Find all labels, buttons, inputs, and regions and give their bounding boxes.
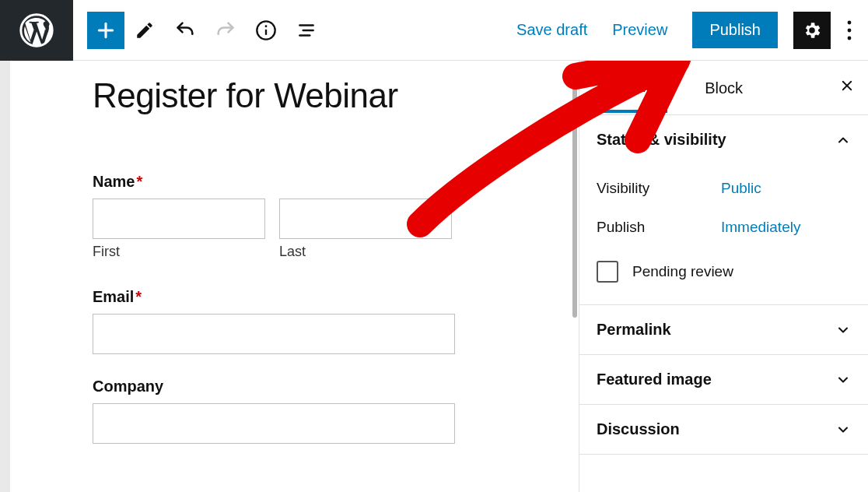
- info-icon: [255, 19, 277, 41]
- visibility-label: Visibility: [597, 180, 721, 197]
- panel-status-visibility[interactable]: Status & visibility: [579, 115, 868, 164]
- editor-toolbar: Save draft Preview Publish: [0, 0, 868, 61]
- chevron-down-icon: [835, 422, 851, 438]
- email-input[interactable]: [93, 314, 455, 354]
- publish-date-label: Publish: [597, 219, 721, 236]
- settings-button[interactable]: [793, 12, 831, 49]
- settings-sidebar: Document Block Status & visibility Visib…: [579, 61, 868, 492]
- redo-icon: [215, 19, 236, 41]
- edit-mode-button[interactable]: [124, 12, 165, 49]
- first-name-sublabel: First: [93, 244, 265, 260]
- name-label: Name*: [93, 173, 548, 191]
- plus-icon: [96, 20, 116, 40]
- outline-icon: [296, 20, 317, 40]
- close-sidebar-button[interactable]: [840, 79, 854, 97]
- visibility-value[interactable]: Public: [721, 180, 761, 197]
- chevron-down-icon: [835, 322, 851, 338]
- editor-scrollbar[interactable]: [571, 61, 579, 492]
- chevron-down-icon: [835, 372, 851, 388]
- gear-icon: [802, 20, 822, 40]
- more-vertical-icon: [847, 20, 852, 40]
- email-label: Email*: [93, 288, 455, 306]
- pending-review-checkbox[interactable]: [597, 261, 618, 283]
- tab-document[interactable]: Document: [597, 62, 667, 113]
- wordpress-logo[interactable]: [0, 0, 73, 61]
- svg-point-9: [848, 20, 852, 24]
- pending-review-label: Pending review: [632, 263, 733, 280]
- editor-canvas: Register for Webinar Name* First Last Em…: [10, 61, 571, 492]
- company-input[interactable]: [93, 403, 455, 444]
- more-options-button[interactable]: [835, 12, 863, 49]
- outline-button[interactable]: [286, 12, 327, 49]
- tab-block[interactable]: Block: [705, 64, 743, 111]
- save-draft-link[interactable]: Save draft: [516, 21, 587, 39]
- panel-featured-image[interactable]: Featured image: [579, 355, 868, 404]
- first-name-input[interactable]: [93, 199, 265, 239]
- last-name-input[interactable]: [279, 199, 452, 239]
- undo-button[interactable]: [165, 12, 205, 49]
- redo-button: [205, 12, 246, 49]
- svg-point-5: [265, 25, 268, 27]
- undo-icon: [174, 19, 196, 41]
- publish-date-value[interactable]: Immediately: [721, 219, 800, 236]
- left-gutter: [0, 61, 10, 492]
- publish-button[interactable]: Publish: [692, 12, 778, 48]
- close-icon: [840, 79, 854, 93]
- last-name-sublabel: Last: [279, 244, 452, 260]
- preview-link[interactable]: Preview: [612, 21, 667, 39]
- company-label: Company: [93, 378, 455, 395]
- svg-point-11: [848, 36, 852, 40]
- add-block-button[interactable]: [87, 12, 124, 49]
- chevron-up-icon: [835, 132, 851, 148]
- panel-discussion[interactable]: Discussion: [579, 405, 868, 454]
- page-title[interactable]: Register for Webinar: [93, 76, 548, 115]
- panel-permalink[interactable]: Permalink: [579, 305, 868, 354]
- wordpress-icon: [19, 13, 54, 47]
- pencil-icon: [135, 20, 155, 40]
- svg-point-10: [848, 28, 852, 32]
- info-button[interactable]: [246, 12, 286, 49]
